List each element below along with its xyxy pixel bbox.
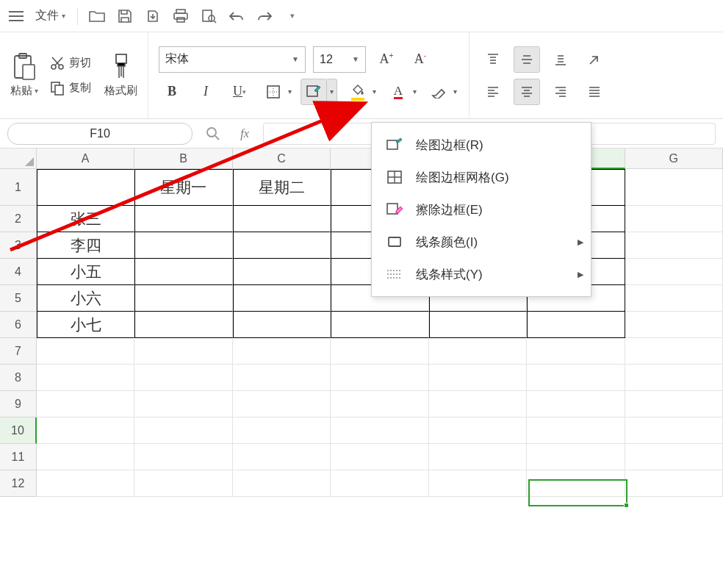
cell[interactable]	[134, 232, 232, 259]
cell[interactable]	[625, 285, 723, 312]
row-header[interactable]: 7	[0, 338, 37, 365]
cell[interactable]	[331, 444, 428, 470]
cell[interactable]	[429, 312, 527, 338]
cell[interactable]	[331, 338, 428, 365]
cell[interactable]	[233, 391, 331, 417]
font-size-select[interactable]: 12 ▼	[313, 46, 366, 73]
align-bottom-button[interactable]	[547, 46, 574, 73]
cell[interactable]	[527, 470, 625, 497]
cell[interactable]	[37, 338, 134, 365]
cell[interactable]	[134, 259, 232, 285]
align-top-button[interactable]	[480, 46, 506, 73]
col-header[interactable]: G	[625, 148, 723, 169]
cell[interactable]: 小六	[37, 285, 134, 312]
cell[interactable]	[429, 338, 527, 365]
open-icon[interactable]	[85, 4, 109, 28]
cell[interactable]	[134, 312, 232, 338]
cell[interactable]	[429, 391, 527, 417]
decrease-font-button[interactable]: A-	[407, 46, 434, 73]
menu-icon[interactable]	[6, 6, 26, 26]
select-all-corner[interactable]	[0, 148, 37, 169]
col-header[interactable]: B	[134, 148, 232, 169]
row-header[interactable]: 5	[0, 285, 37, 312]
cell[interactable]	[134, 338, 232, 365]
cell[interactable]	[429, 470, 527, 497]
name-box[interactable]: F10	[7, 123, 193, 145]
cell[interactable]: 小五	[37, 259, 134, 285]
orientation-button[interactable]	[581, 46, 608, 73]
row-header[interactable]: 8	[0, 365, 37, 391]
cell[interactable]	[625, 417, 723, 444]
cell[interactable]	[134, 444, 232, 470]
menu-item-line-color[interactable]: 线条颜色(I) ▶	[372, 226, 591, 258]
cell[interactable]	[233, 470, 331, 497]
cell[interactable]: 李四	[37, 232, 134, 259]
qat-customize-icon[interactable]: ▾	[281, 4, 304, 28]
align-right-button[interactable]	[547, 79, 574, 105]
justify-button[interactable]	[581, 79, 608, 105]
cell[interactable]	[527, 312, 625, 338]
row-header[interactable]: 4	[0, 259, 37, 285]
cell[interactable]	[527, 444, 625, 470]
cell[interactable]	[527, 391, 625, 417]
align-center-button[interactable]	[514, 79, 540, 105]
menu-item-draw-border-grid[interactable]: 绘图边框网格(G)	[372, 161, 591, 193]
fill-color-button[interactable]: ▾	[345, 79, 378, 105]
align-left-button[interactable]	[480, 79, 506, 105]
row-header[interactable]: 9	[0, 391, 37, 417]
cell[interactable]	[233, 232, 331, 259]
file-menu-button[interactable]: 文件 ▾	[31, 7, 70, 25]
cell[interactable]	[429, 444, 527, 470]
cut-button[interactable]: 剪切	[50, 56, 91, 71]
menu-item-erase-border[interactable]: 擦除边框(E)	[372, 193, 591, 226]
italic-button[interactable]: I	[193, 79, 219, 105]
undo-icon[interactable]	[225, 4, 248, 28]
cell[interactable]	[134, 285, 232, 312]
print-icon[interactable]	[169, 4, 193, 28]
cell[interactable]	[429, 365, 527, 391]
cell[interactable]	[331, 470, 428, 497]
cell[interactable]: 星期二	[233, 169, 331, 206]
cell[interactable]	[233, 285, 331, 312]
copy-button[interactable]: 复制	[50, 81, 91, 96]
cell[interactable]	[625, 259, 723, 285]
cell[interactable]: 星期一	[134, 169, 232, 206]
cell[interactable]	[625, 169, 723, 206]
cell[interactable]	[134, 470, 232, 497]
cell[interactable]	[331, 365, 428, 391]
cell[interactable]	[233, 206, 331, 232]
row-header[interactable]: 11	[0, 444, 37, 470]
cell[interactable]	[37, 391, 134, 417]
cell[interactable]	[37, 169, 134, 206]
font-color-button[interactable]: A ▾	[385, 79, 418, 105]
col-header[interactable]: A	[37, 148, 134, 169]
cell[interactable]	[233, 259, 331, 285]
clear-format-button[interactable]: ▾	[425, 79, 458, 105]
cell[interactable]	[233, 312, 331, 338]
save-icon[interactable]	[113, 4, 137, 28]
find-button[interactable]	[200, 121, 226, 147]
cell[interactable]	[625, 365, 723, 391]
cell[interactable]	[37, 365, 134, 391]
col-header[interactable]: C	[233, 148, 331, 169]
export-icon[interactable]	[141, 4, 165, 28]
row-header[interactable]: 1	[0, 169, 37, 206]
cell[interactable]	[625, 232, 723, 259]
cell[interactable]	[625, 391, 723, 417]
bold-button[interactable]: B	[159, 79, 185, 105]
cell[interactable]	[233, 365, 331, 391]
cell[interactable]	[625, 312, 723, 338]
increase-font-button[interactable]: A+	[373, 46, 400, 73]
row-header[interactable]: 10	[0, 417, 37, 444]
menu-item-draw-border[interactable]: 绘图边框(R)	[372, 129, 591, 161]
print-preview-icon[interactable]	[197, 4, 220, 28]
cell[interactable]	[625, 338, 723, 365]
fill-handle[interactable]	[624, 503, 629, 508]
cell[interactable]	[37, 444, 134, 470]
row-header[interactable]: 2	[0, 206, 37, 232]
cell[interactable]	[625, 206, 723, 232]
cell[interactable]	[527, 365, 625, 391]
cell[interactable]	[134, 365, 232, 391]
cell[interactable]: 小七	[37, 312, 134, 338]
redo-icon[interactable]	[253, 4, 276, 28]
